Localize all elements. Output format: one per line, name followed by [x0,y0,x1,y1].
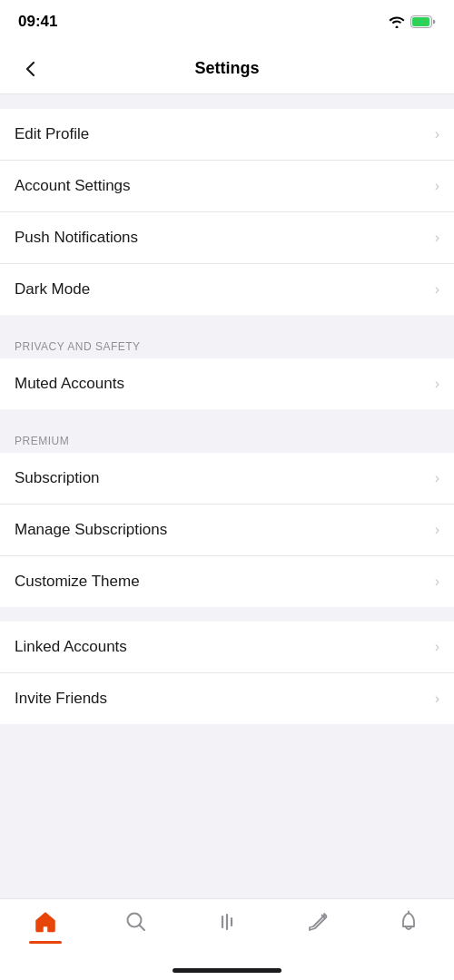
chevron-icon-account-settings: › [435,178,439,194]
home-active-indicator [29,941,62,944]
status-bar: 09:41 [0,0,454,44]
section-gap-3 [0,409,454,424]
search-icon [124,910,148,937]
content-area: Edit Profile › Account Settings › Push N… [0,94,454,820]
section-gap-5 [0,724,454,739]
compose-icon [306,910,330,937]
status-icons [389,15,436,28]
svg-rect-1 [412,17,429,26]
menu-item-label-account-settings: Account Settings [15,177,131,195]
header: Settings [0,44,454,94]
nav-item-feed[interactable] [200,910,254,937]
nav-item-compose[interactable] [291,910,345,937]
menu-item-customize-theme[interactable]: Customize Theme › [0,556,454,607]
wifi-icon [389,15,405,28]
menu-item-label-manage-subscriptions: Manage Subscriptions [15,521,167,539]
section-group-general: Edit Profile › Account Settings › Push N… [0,109,454,315]
notifications-icon [397,910,420,937]
menu-item-manage-subscriptions[interactable]: Manage Subscriptions › [0,505,454,556]
section-gap-4 [0,607,454,622]
chevron-icon-manage-subscriptions: › [435,522,439,538]
back-button[interactable] [15,53,47,85]
chevron-icon-invite-friends: › [435,691,439,707]
nav-item-search[interactable] [109,910,163,937]
chevron-icon-subscription: › [435,470,439,486]
menu-item-account-settings[interactable]: Account Settings › [0,161,454,212]
section-header-premium: PREMIUM [0,424,454,453]
chevron-icon-push-notifications: › [435,230,439,246]
menu-item-dark-mode[interactable]: Dark Mode › [0,264,454,315]
menu-item-subscription[interactable]: Subscription › [0,453,454,505]
nav-item-home[interactable] [18,910,73,944]
chevron-icon-customize-theme: › [435,573,439,590]
menu-item-label-edit-profile: Edit Profile [15,125,89,143]
battery-icon [410,15,436,28]
chevron-icon-muted-accounts: › [435,376,439,392]
menu-item-label-subscription: Subscription [15,469,100,487]
menu-item-label-invite-friends: Invite Friends [15,690,107,708]
section-group-other: Linked Accounts › Invite Friends › [0,622,454,724]
menu-item-label-dark-mode: Dark Mode [15,280,90,299]
menu-item-push-notifications[interactable]: Push Notifications › [0,212,454,264]
menu-item-edit-profile[interactable]: Edit Profile › [0,109,454,161]
section-gap-2 [0,315,454,329]
menu-item-label-linked-accounts: Linked Accounts [15,638,127,656]
home-bar [173,968,281,973]
home-icon [34,910,57,937]
chevron-icon-linked-accounts: › [435,639,439,655]
menu-item-linked-accounts[interactable]: Linked Accounts › [0,622,454,673]
page-title: Settings [194,59,259,78]
menu-item-invite-friends[interactable]: Invite Friends › [0,673,454,724]
section-gap-1 [0,94,454,109]
nav-item-notifications[interactable] [381,910,436,937]
menu-item-label-push-notifications: Push Notifications [15,229,138,247]
feed-icon [215,910,239,937]
chevron-icon-edit-profile: › [435,126,439,142]
status-time: 09:41 [18,13,57,31]
menu-item-label-muted-accounts: Muted Accounts [15,375,124,393]
section-group-premium: Subscription › Manage Subscriptions › Cu… [0,453,454,607]
section-header-privacy: PRIVACY AND SAFETY [0,329,454,358]
section-group-privacy: Muted Accounts › [0,358,454,409]
chevron-icon-dark-mode: › [435,281,439,298]
menu-item-label-customize-theme: Customize Theme [15,573,140,591]
menu-item-muted-accounts[interactable]: Muted Accounts › [0,358,454,409]
